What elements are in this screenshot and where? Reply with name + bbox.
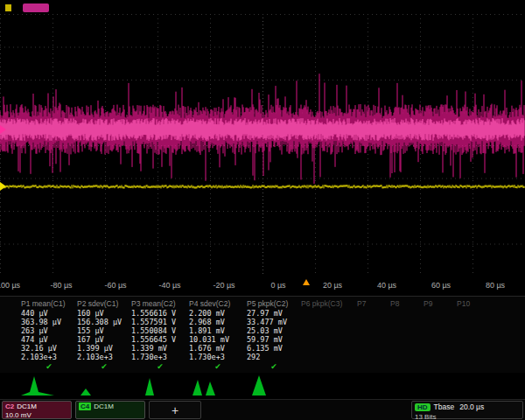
measure-value: 2.968 mV [189, 318, 247, 326]
crosshair-icon: + [172, 403, 178, 417]
histicon-p5[interactable] [252, 375, 278, 396]
channel-label: C4 [79, 402, 91, 410]
status-check-icon: ✔ [21, 361, 77, 372]
histogram-strip [0, 373, 525, 399]
time-axis-label: -20 µs [213, 281, 234, 290]
measure-value: 59.97 mV [247, 335, 301, 344]
c1-trace-marker-icon[interactable] [0, 182, 6, 191]
channel-scale: 10.0 mV [5, 411, 68, 420]
timebase-label: Tbase [434, 402, 455, 411]
measurement-table: P1 mean(C1) P2 sdev(C1) P3 mean(C2) P4 s… [0, 296, 525, 373]
param-header-p4[interactable]: P4 sdev(C2) [189, 298, 247, 309]
measure-value: 1.891 mV [189, 326, 247, 335]
histicon-p1[interactable] [21, 376, 54, 396]
param-header-p7[interactable]: P7 [357, 298, 390, 309]
measure-value: 155 µV [77, 326, 131, 335]
measure-value: 1.550084 V [131, 326, 189, 335]
param-header-p5[interactable]: P5 pkpk(C2) [247, 298, 301, 309]
table-row: 363.98 µV 156.308 µV 1.557591 V 2.968 mV… [21, 318, 525, 326]
timebase-descriptor[interactable]: HDTbase20.0 µs 13 Bits [411, 401, 523, 419]
crosshair-cursor-button[interactable]: + [149, 401, 201, 419]
time-axis-label: 0 µs [270, 281, 285, 290]
time-axis-label: -40 µs [158, 281, 180, 290]
measure-value: 2.103e+3 [21, 353, 77, 361]
measure-value: 25.03 mV [247, 326, 301, 335]
time-axis-label: 60 µs [431, 281, 451, 290]
measure-value: 156.308 µV [77, 318, 131, 326]
table-row: 440 µV 160 µV 1.556616 V 2.200 mV 27.97 … [21, 309, 525, 318]
channel-descriptor-c4[interactable]: C4DC1M [75, 401, 145, 419]
table-status-row: ✔ ✔ ✔ ✔ ✔ [21, 361, 525, 370]
measure-value: 263 µV [21, 326, 77, 335]
param-header-p6[interactable]: P6 pkpk(C3) [301, 298, 357, 309]
measure-value: 167 µV [77, 335, 131, 344]
table-row: 32.16 µV 1.399 µV 1.339 mV 1.676 mV 6.13… [21, 344, 525, 353]
status-led-icon [5, 4, 11, 11]
c2-trace-marker-icon[interactable] [0, 125, 6, 134]
measure-value: 1.676 mV [189, 344, 247, 353]
bottom-bar: C2DC1M 10.0 mV C4DC1M + HDTbase20.0 µs 1… [0, 399, 525, 420]
param-header-p2[interactable]: P2 sdev(C1) [77, 298, 131, 309]
status-check-icon: ✔ [131, 361, 189, 372]
timebase-value: 20.0 µs [459, 402, 484, 411]
measure-value: 363.98 µV [21, 318, 77, 326]
measure-value: 1.556645 V [131, 335, 189, 344]
coupling-label: DC1M [17, 402, 37, 410]
resolution-bits-label: 13 Bits [415, 413, 436, 420]
measure-value: 160 µV [77, 309, 131, 318]
measure-value: 1.339 mV [131, 344, 189, 353]
measure-value: 10.031 mV [189, 335, 247, 344]
table-row: 2.103e+3 2.103e+3 1.730e+3 1.730e+3 292 [21, 353, 525, 361]
bottom-bar-spacer [205, 401, 408, 419]
measure-value: 1.556616 V [131, 309, 189, 318]
table-row: 474 µV 167 µV 1.556645 V 10.031 mV 59.97… [21, 335, 525, 344]
waveform-display[interactable] [0, 14, 525, 276]
param-header-p10[interactable]: P10 [457, 298, 483, 309]
measure-value: 1.557591 V [131, 318, 189, 326]
status-check-icon: ✔ [247, 361, 301, 372]
oscilloscope-screen: -100 µs -80 µs -60 µs -40 µs -20 µs 0 µs… [0, 0, 525, 420]
measure-value: 440 µV [21, 309, 77, 318]
param-header-p1[interactable]: P1 mean(C1) [21, 298, 77, 309]
time-axis-label: 80 µs [486, 281, 505, 290]
measure-value: 474 µV [21, 335, 77, 344]
measure-value: 1.730e+3 [131, 353, 189, 361]
measure-value: 292 [247, 353, 301, 361]
status-badge [23, 4, 49, 12]
measure-value: 1.399 µV [77, 344, 131, 353]
param-header-p8[interactable]: P8 [390, 298, 424, 309]
measure-value: 27.97 mV [247, 309, 301, 318]
table-header-row: P1 mean(C1) P2 sdev(C1) P3 mean(C2) P4 s… [21, 298, 525, 309]
histicon-p4[interactable] [192, 380, 229, 396]
measure-value: 2.200 mV [189, 309, 247, 318]
time-axis-label: -80 µs [50, 281, 72, 290]
time-axis-label: -60 µs [104, 281, 126, 290]
time-axis-label: 20 µs [323, 281, 342, 290]
channel-descriptor-c2[interactable]: C2DC1M 10.0 mV [2, 401, 72, 419]
status-check-icon: ✔ [189, 361, 247, 372]
measure-value: 6.135 mV [247, 344, 301, 353]
histicon-p2[interactable] [80, 388, 103, 396]
channel-label: C2 [5, 402, 14, 410]
measure-value: 33.477 mV [247, 318, 301, 326]
measure-value: 2.103e+3 [77, 353, 131, 361]
time-axis: -100 µs -80 µs -60 µs -40 µs -20 µs 0 µs… [0, 276, 525, 296]
param-header-p3[interactable]: P3 mean(C2) [131, 298, 189, 309]
measure-value: 1.730e+3 [189, 353, 247, 361]
status-check-icon: ✔ [77, 361, 131, 372]
waveform-grid [0, 14, 525, 276]
hd-mode-badge: HD [415, 403, 430, 411]
time-axis-label: -100 µs [0, 281, 20, 290]
coupling-label: DC1M [94, 402, 114, 410]
histicon-p3[interactable] [136, 378, 166, 396]
time-axis-label: 40 µs [377, 281, 396, 290]
top-status-bar [0, 0, 525, 14]
table-row: 263 µV 155 µV 1.550084 V 1.891 mV 25.03 … [21, 326, 525, 335]
param-header-p9[interactable]: P9 [424, 298, 457, 309]
trigger-position-icon[interactable] [303, 279, 310, 285]
measure-value: 32.16 µV [21, 344, 77, 353]
